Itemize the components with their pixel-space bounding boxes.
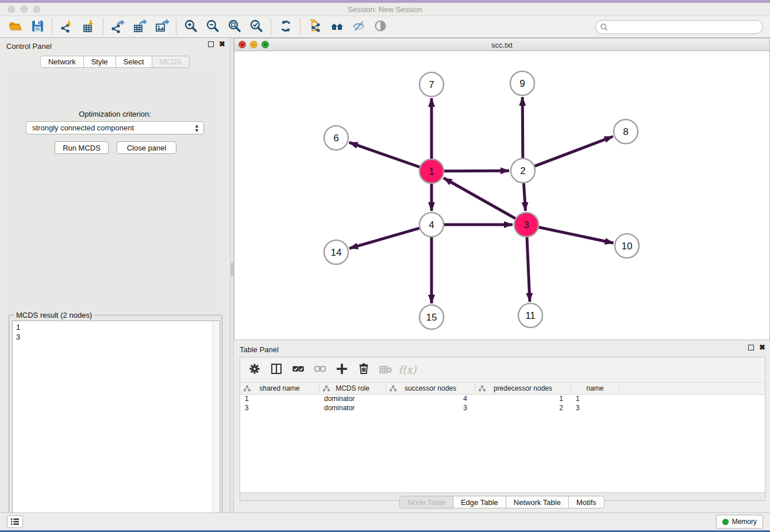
zoom-fit-button[interactable] <box>224 18 245 36</box>
export-table-button[interactable] <box>129 18 151 36</box>
main-toolbar <box>0 16 770 38</box>
table-float-icon[interactable] <box>748 345 754 350</box>
import-network-icon <box>59 18 75 36</box>
add-column-icon <box>334 361 349 378</box>
float-panel-icon[interactable] <box>208 41 214 47</box>
edge-2-3[interactable] <box>523 183 525 211</box>
table-row[interactable]: 3dominator323 <box>240 404 765 413</box>
columns-button[interactable] <box>267 360 286 380</box>
show-all-button[interactable] <box>369 18 391 36</box>
import-network-button[interactable] <box>56 18 78 36</box>
settings-button[interactable] <box>245 360 264 380</box>
search-input[interactable] <box>611 22 763 32</box>
zoom-in-button[interactable] <box>180 18 202 36</box>
export-table-icon <box>132 18 148 36</box>
save-session-button[interactable] <box>26 18 48 36</box>
criterion-select[interactable]: strongly connected component ▲▼ <box>26 121 204 134</box>
toolbar-separator <box>103 19 103 35</box>
edge-2-9[interactable] <box>522 97 523 158</box>
edge-1-6[interactable] <box>349 142 420 167</box>
edge-2-8[interactable] <box>535 137 613 167</box>
mcds-panel: Optimization criterion: strongly connect… <box>5 69 225 532</box>
export-network-icon <box>110 18 126 36</box>
edge-3-11[interactable] <box>527 237 530 302</box>
mcds-result-area[interactable]: 1 3 <box>12 321 220 531</box>
splitter-grip[interactable] <box>231 263 233 276</box>
node-4[interactable]: 4 <box>419 213 444 237</box>
node-14[interactable]: 14 <box>324 240 348 264</box>
export-image-button[interactable] <box>151 18 172 36</box>
tab-style[interactable]: Style <box>84 56 116 68</box>
network-graph[interactable]: 1234678910111415 <box>234 51 769 340</box>
close-panel-button[interactable]: Close panel <box>117 141 176 154</box>
column-header-successor-nodes[interactable]: successor nodes <box>386 383 475 394</box>
table-column-headers: shared nameMCDS rolesuccessor nodesprede… <box>240 383 765 395</box>
edge-3-1[interactable] <box>444 178 515 218</box>
svg-text:4: 4 <box>429 219 434 230</box>
edge-1-2[interactable] <box>444 171 509 171</box>
column-header-predecessor-nodes[interactable]: predecessor nodes <box>475 383 571 394</box>
function-builder-icon: f(x) <box>399 364 417 376</box>
network-view-title: scc.txt <box>234 41 769 49</box>
import-table-button[interactable] <box>78 18 99 36</box>
column-header-shared-name[interactable]: shared name <box>240 383 319 394</box>
mcds-result-group: MCDS result (2 nodes) 1 3 <box>9 315 222 532</box>
node-11[interactable]: 11 <box>518 303 542 327</box>
tab-edge-table[interactable]: Edge Table <box>453 496 506 508</box>
network-overview-icon <box>307 18 323 36</box>
memory-button[interactable]: Memory <box>716 515 763 529</box>
first-neighbors-button[interactable] <box>326 18 348 36</box>
close-panel-icon[interactable]: ✖ <box>219 41 225 47</box>
refresh-view-button[interactable] <box>275 18 297 36</box>
task-history-button[interactable] <box>7 515 23 528</box>
select-all-button[interactable] <box>288 360 308 380</box>
node-15[interactable]: 15 <box>419 305 444 329</box>
network-canvas[interactable]: 1234678910111415 <box>234 51 769 340</box>
node-1[interactable]: 1 <box>419 159 444 183</box>
table-close-icon[interactable]: ✖ <box>759 345 765 350</box>
column-header-name[interactable]: name <box>571 383 619 394</box>
node-10[interactable]: 10 <box>615 234 639 258</box>
node-6[interactable]: 6 <box>324 126 348 150</box>
node-2[interactable]: 2 <box>511 159 535 183</box>
tree-icon <box>390 385 396 394</box>
cell-name: 1 <box>571 395 619 404</box>
run-mcds-button[interactable]: Run MCDS <box>55 141 109 154</box>
node-7[interactable]: 7 <box>419 72 444 97</box>
result-scrollbar[interactable] <box>212 322 219 531</box>
edge-3-10[interactable] <box>539 228 614 243</box>
search-box[interactable] <box>595 20 763 34</box>
network-view-window: ✕ − + scc.txt 1234678910111415 <box>234 38 770 340</box>
table-row[interactable]: 1dominator411 <box>240 395 765 404</box>
cell-shared-name: 1 <box>240 395 319 404</box>
edge-4-14[interactable] <box>349 228 419 248</box>
memory-status-icon <box>722 519 729 525</box>
tab-select[interactable]: Select <box>116 56 152 68</box>
hide-selected-button[interactable] <box>348 18 369 36</box>
column-header-MCDS-role[interactable]: MCDS role <box>319 383 386 394</box>
zoom-out-button[interactable] <box>202 18 224 36</box>
svg-text:3: 3 <box>523 219 529 230</box>
tab-node-table[interactable]: Node Table <box>399 496 453 508</box>
network-overview-button[interactable] <box>304 18 326 36</box>
tab-network[interactable]: Network <box>40 56 84 68</box>
open-session-button[interactable] <box>5 18 26 36</box>
zoom-selected-button[interactable] <box>245 18 267 36</box>
zoom-out-icon <box>205 18 221 36</box>
tab-network-table[interactable]: Network Table <box>506 496 569 508</box>
save-session-icon <box>30 18 45 36</box>
node-8[interactable]: 8 <box>614 119 638 144</box>
toolbar-separator <box>300 19 301 35</box>
export-network-button[interactable] <box>107 18 129 36</box>
node-9[interactable]: 9 <box>510 71 534 95</box>
deselect-all-button[interactable] <box>310 360 330 380</box>
vertical-splitter[interactable] <box>230 38 234 512</box>
delete-column-icon <box>356 361 371 378</box>
toolbar-separator <box>176 19 176 35</box>
add-column-button[interactable] <box>332 360 352 380</box>
tab-mcds[interactable]: MCDS <box>152 56 190 68</box>
node-3[interactable]: 3 <box>514 213 538 237</box>
delete-column-button[interactable] <box>354 360 374 380</box>
tab-motifs[interactable]: Motifs <box>569 496 605 508</box>
svg-text:6: 6 <box>333 133 338 144</box>
